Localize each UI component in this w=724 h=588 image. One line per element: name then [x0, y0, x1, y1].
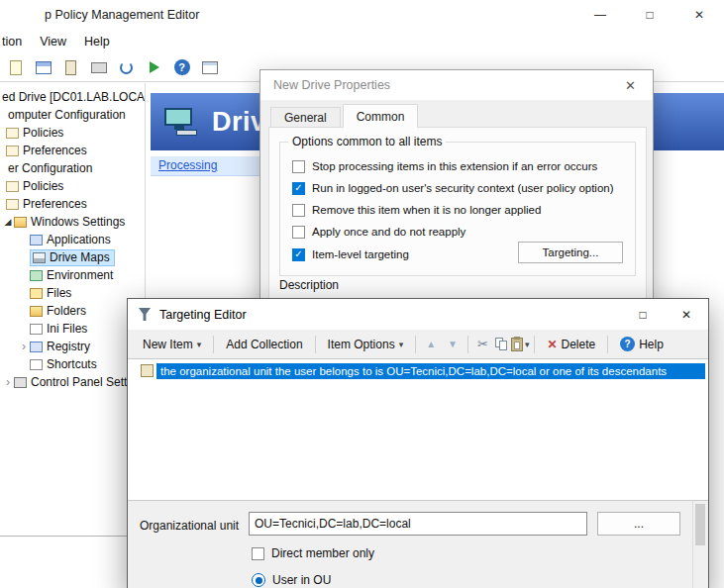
- menu-help[interactable]: Help: [75, 31, 119, 52]
- control-panel-icon: [14, 377, 27, 388]
- add-collection-button[interactable]: Add Collection: [219, 334, 309, 355]
- toolbar-separator: [607, 336, 608, 353]
- export-list-icon[interactable]: [144, 57, 164, 78]
- direct-member-only-option[interactable]: Direct member only: [252, 546, 374, 560]
- tab-general[interactable]: General: [270, 107, 341, 128]
- organizational-unit-item-icon: [141, 364, 154, 377]
- tree-item-folders[interactable]: Folders: [0, 302, 145, 320]
- checkbox-unchecked[interactable]: [292, 204, 305, 217]
- option-remove-when-not-applied[interactable]: Remove this item when it is no longer ap…: [292, 202, 541, 218]
- delete-button[interactable]: ✕Delete: [540, 334, 602, 355]
- dialog-titlebar: Targeting Editor □ ✕: [128, 299, 708, 330]
- new-item-button[interactable]: New Item▾: [136, 334, 208, 355]
- tree-item-mapped-drive-gpo[interactable]: ed Drive [DC01.LAB.LOCA: [0, 88, 145, 106]
- collapsed-chevron-icon[interactable]: ›: [18, 341, 30, 352]
- tree-item-user-preferences[interactable]: Preferences: [0, 195, 145, 213]
- option-item-level-targeting[interactable]: ✓ Item-level targeting: [292, 246, 409, 262]
- maximize-button[interactable]: □: [621, 299, 665, 330]
- tree-item-computer-preferences[interactable]: Preferences: [0, 142, 145, 159]
- chevron-down-icon: ▾: [197, 340, 202, 349]
- clipboard-icon[interactable]: [60, 57, 81, 78]
- menu-view[interactable]: View: [31, 31, 75, 52]
- tab-common[interactable]: Common: [343, 104, 419, 128]
- paste-dropdown-icon[interactable]: ▾: [525, 340, 530, 349]
- chevron-down-icon: ▾: [399, 340, 404, 349]
- delete-x-icon: ✕: [547, 338, 557, 351]
- targeting-item-row[interactable]: the organizational unit the user belongs…: [131, 361, 705, 380]
- menu-action[interactable]: tion: [0, 31, 31, 52]
- tree-item-user-configuration[interactable]: er Configuration: [0, 159, 145, 177]
- form-scrollbar[interactable]: [692, 501, 707, 588]
- close-button[interactable]: ✕: [674, 0, 724, 30]
- collapsed-chevron-icon[interactable]: ›: [2, 376, 14, 388]
- tree-item-computer-policies[interactable]: Policies: [0, 124, 145, 142]
- selected-targeting-item[interactable]: the organizational unit the user belongs…: [156, 363, 705, 379]
- options-groupbox: Options common to all items Stop process…: [279, 142, 636, 276]
- scrollbar-thumb[interactable]: [695, 504, 705, 545]
- checkbox-checked[interactable]: ✓: [292, 248, 305, 261]
- checkbox-unchecked[interactable]: [252, 547, 264, 560]
- browse-button[interactable]: ...: [597, 512, 680, 536]
- dialog-title: New Drive Properties: [273, 78, 390, 92]
- tree-item-drive-maps[interactable]: Drive Maps: [0, 248, 145, 266]
- targeting-button[interactable]: Targeting...: [518, 242, 623, 263]
- dialog-titlebar: New Drive Properties ✕: [260, 70, 653, 100]
- toolbar-separator: [415, 336, 416, 353]
- tree-item-windows-settings[interactable]: ◢Windows Settings: [0, 213, 145, 231]
- organizational-unit-input[interactable]: [249, 512, 587, 536]
- property-tabs: General Common: [270, 104, 420, 128]
- policies-icon: [6, 128, 19, 139]
- tree-item-files[interactable]: Files: [0, 284, 145, 302]
- tree-item-control-panel-settings[interactable]: ›Control Panel Sett: [0, 373, 145, 391]
- checkbox-unchecked[interactable]: [292, 160, 305, 173]
- close-button[interactable]: ✕: [665, 299, 708, 330]
- refresh-icon[interactable]: [116, 57, 137, 78]
- tree-item-shortcuts[interactable]: Shortcuts: [0, 355, 145, 373]
- maximize-button[interactable]: □: [625, 0, 674, 30]
- help-icon[interactable]: ?: [171, 57, 192, 78]
- printer-icon[interactable]: [88, 57, 109, 78]
- option-apply-once[interactable]: Apply once and do not reapply: [292, 224, 465, 240]
- cut-icon[interactable]: ✂: [473, 335, 492, 353]
- policies-icon: [6, 181, 19, 192]
- toolbar-separator: [534, 336, 535, 353]
- export-report-icon[interactable]: [5, 57, 26, 78]
- preferences-icon: [6, 146, 19, 156]
- selected-tree-item: Drive Maps: [30, 249, 115, 266]
- user-in-ou-option[interactable]: User in OU: [252, 573, 331, 587]
- option-stop-processing[interactable]: Stop processing items in this extension …: [292, 158, 597, 174]
- minimize-button[interactable]: —: [575, 0, 625, 30]
- option-run-in-user-context[interactable]: ✓ Run in logged-on user's security conte…: [292, 180, 614, 196]
- tree-item-applications[interactable]: Applications: [0, 231, 145, 248]
- move-up-icon[interactable]: ▲: [421, 337, 441, 351]
- checkbox-checked[interactable]: ✓: [292, 182, 305, 195]
- files-icon: [30, 288, 43, 299]
- console-window-icon[interactable]: [33, 57, 53, 78]
- tree-item-environment[interactable]: Environment: [0, 266, 145, 284]
- expanded-chevron-icon[interactable]: ◢: [2, 218, 14, 227]
- help-button[interactable]: ?Help: [613, 333, 671, 355]
- paste-icon[interactable]: [511, 338, 523, 351]
- checkbox-unchecked[interactable]: [292, 226, 305, 239]
- tree-item-registry[interactable]: ›Registry: [0, 338, 145, 355]
- move-down-icon[interactable]: ▼: [443, 337, 463, 351]
- window-bottom-divider: [0, 536, 127, 537]
- tree-item-user-policies[interactable]: Policies: [0, 177, 145, 195]
- window-controls: — □ ✕: [575, 0, 724, 30]
- item-options-button[interactable]: Item Options▾: [321, 334, 411, 355]
- drive-maps-icon: [33, 252, 46, 263]
- processing-link[interactable]: Processing: [151, 156, 225, 174]
- targeting-toolbar: New Item▾ Add Collection Item Options▾ ▲…: [128, 330, 708, 358]
- table-view-icon[interactable]: [199, 57, 220, 78]
- registry-icon: [30, 342, 43, 352]
- copy-icon[interactable]: [494, 338, 509, 351]
- targeting-items-list[interactable]: the organizational unit the user belongs…: [128, 358, 708, 501]
- dialog-title: Targeting Editor: [159, 308, 247, 322]
- new-drive-properties-dialog: New Drive Properties ✕ General Common Op…: [259, 69, 654, 317]
- description-label: Description: [279, 278, 339, 292]
- close-button[interactable]: ✕: [608, 70, 653, 100]
- radio-selected[interactable]: [252, 573, 265, 587]
- tree-item-computer-configuration[interactable]: omputer Configuration: [0, 106, 145, 124]
- main-titlebar: p Policy Management Editor — □ ✕: [0, 0, 724, 30]
- tree-item-ini-files[interactable]: Ini Files: [0, 320, 145, 338]
